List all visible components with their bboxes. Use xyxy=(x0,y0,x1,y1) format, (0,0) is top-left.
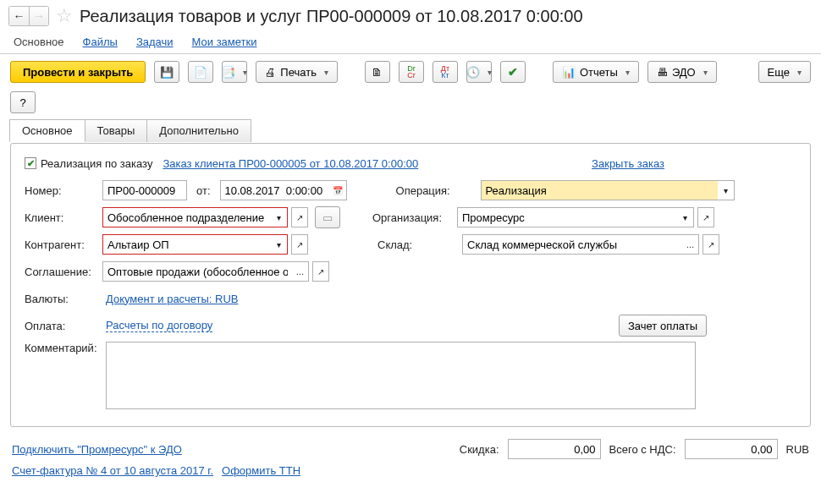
subtab-extra[interactable]: Дополнительно xyxy=(146,119,251,142)
post-and-close-button[interactable]: Провести и закрыть xyxy=(10,61,146,83)
currency-link[interactable]: Документ и расчеты: RUB xyxy=(106,293,239,305)
total-label: Всего с НДС: xyxy=(609,443,676,456)
copy-icon: 📑 xyxy=(222,66,235,79)
payment-offset-button[interactable]: Зачет оплаты xyxy=(619,315,707,337)
calendar-icon[interactable]: 📅 xyxy=(330,180,347,200)
payment-link[interactable]: Расчеты по договору xyxy=(106,319,212,332)
ellipsis-icon[interactable]: … xyxy=(682,234,699,255)
create-based-button[interactable]: 📑 xyxy=(222,61,247,83)
org-input[interactable] xyxy=(457,207,677,227)
dt-kt-icon: ДтКт xyxy=(441,65,449,79)
save-button[interactable]: 💾 xyxy=(154,61,179,83)
ttn-link[interactable]: Оформить ТТН xyxy=(222,464,300,477)
reports-button[interactable]: 📊Отчеты xyxy=(553,61,639,83)
org-label: Организация: xyxy=(372,211,450,224)
open-icon[interactable]: ↗ xyxy=(703,234,719,255)
close-order-link[interactable]: Закрыть заказ xyxy=(592,157,664,170)
chevron-down-icon[interactable]: ▾ xyxy=(271,234,288,255)
invoice-link[interactable]: Счет-фактура № 4 от 10 августа 2017 г. xyxy=(12,464,213,477)
open-icon[interactable]: ↗ xyxy=(312,261,329,282)
client-label: Клиент: xyxy=(25,211,96,224)
help-icon: ? xyxy=(19,96,25,109)
page-title: Реализация товаров и услуг ПР00-000009 о… xyxy=(80,7,583,26)
edo-icon: 🖶 xyxy=(657,66,668,79)
ellipsis-icon[interactable]: … xyxy=(292,261,309,282)
check-button[interactable]: ✔ xyxy=(500,61,526,83)
comment-label: Комментарий: xyxy=(25,342,96,354)
agreement-input[interactable] xyxy=(102,261,292,282)
clock-icon: 🕓 xyxy=(466,66,480,79)
subtab-goods[interactable]: Товары xyxy=(85,119,148,142)
reports-icon: 📊 xyxy=(562,66,576,79)
chevron-down-icon[interactable]: ▾ xyxy=(271,207,288,227)
dt-kt-button[interactable]: ДтКт xyxy=(433,61,458,83)
check-icon: ✔ xyxy=(508,65,518,79)
print-icon: 🖨 xyxy=(265,66,276,79)
comment-textarea[interactable] xyxy=(106,342,696,409)
file-icon: 🗎 xyxy=(372,66,383,79)
total-input[interactable] xyxy=(685,439,778,459)
payment-label: Оплата: xyxy=(25,320,96,332)
agreement-label: Соглашение: xyxy=(25,266,96,278)
operation-input[interactable] xyxy=(481,180,718,200)
order-link[interactable]: Заказ клиента ПР00-000005 от 10.08.2017 … xyxy=(163,157,418,170)
warehouse-input[interactable] xyxy=(462,234,682,255)
dr-cr-button[interactable]: DrCr xyxy=(399,61,424,83)
chevron-down-icon[interactable]: ▾ xyxy=(677,207,694,227)
tab-files[interactable]: Файлы xyxy=(83,36,118,48)
date-input[interactable] xyxy=(220,180,330,200)
print-button[interactable]: 🖨Печать xyxy=(256,61,338,83)
post-icon: 📄 xyxy=(194,66,207,79)
card-button[interactable]: ▭ xyxy=(315,206,340,228)
currency-label-footer: RUB xyxy=(786,443,809,456)
from-label: от: xyxy=(196,184,211,197)
help-button[interactable]: ? xyxy=(10,91,36,113)
open-icon[interactable]: ↗ xyxy=(697,207,714,227)
client-input[interactable] xyxy=(102,207,271,227)
discount-label: Скидка: xyxy=(460,443,499,456)
structure-button[interactable]: 🕓 xyxy=(466,61,492,83)
files-button[interactable]: 🗎 xyxy=(365,61,390,83)
connect-edo-link[interactable]: Подключить "Промресурс" к ЭДО xyxy=(12,443,182,456)
operation-label: Операция: xyxy=(396,184,474,197)
number-label: Номер: xyxy=(25,184,96,197)
dr-cr-icon: DrCr xyxy=(407,65,416,79)
edo-button[interactable]: 🖶ЭДО xyxy=(647,61,717,83)
number-input[interactable] xyxy=(102,180,187,200)
tab-tasks[interactable]: Задачи xyxy=(136,36,174,48)
subtab-main[interactable]: Основное xyxy=(9,119,85,142)
post-button[interactable]: 📄 xyxy=(188,61,213,83)
tab-notes[interactable]: Мои заметки xyxy=(192,36,257,48)
contractor-input[interactable] xyxy=(102,234,271,255)
card-icon: ▭ xyxy=(322,211,333,224)
nav-back-button[interactable]: ← xyxy=(8,6,29,26)
discount-input[interactable] xyxy=(508,439,601,459)
currency-label: Валюты: xyxy=(25,293,96,305)
contractor-label: Контрагент: xyxy=(25,238,96,251)
by-order-checkbox[interactable]: ✔ Реализация по заказу xyxy=(25,157,152,170)
warehouse-label: Склад: xyxy=(377,238,455,251)
save-icon: 💾 xyxy=(160,66,174,79)
chevron-down-icon[interactable]: ▾ xyxy=(718,180,735,200)
checkbox-icon: ✔ xyxy=(25,157,36,169)
more-button[interactable]: Еще xyxy=(758,61,811,83)
nav-forward-button[interactable]: → xyxy=(29,6,49,26)
star-icon[interactable]: ☆ xyxy=(56,5,73,27)
open-icon[interactable]: ↗ xyxy=(291,234,308,255)
tab-main[interactable]: Основное xyxy=(14,36,64,48)
open-icon[interactable]: ↗ xyxy=(291,207,308,227)
